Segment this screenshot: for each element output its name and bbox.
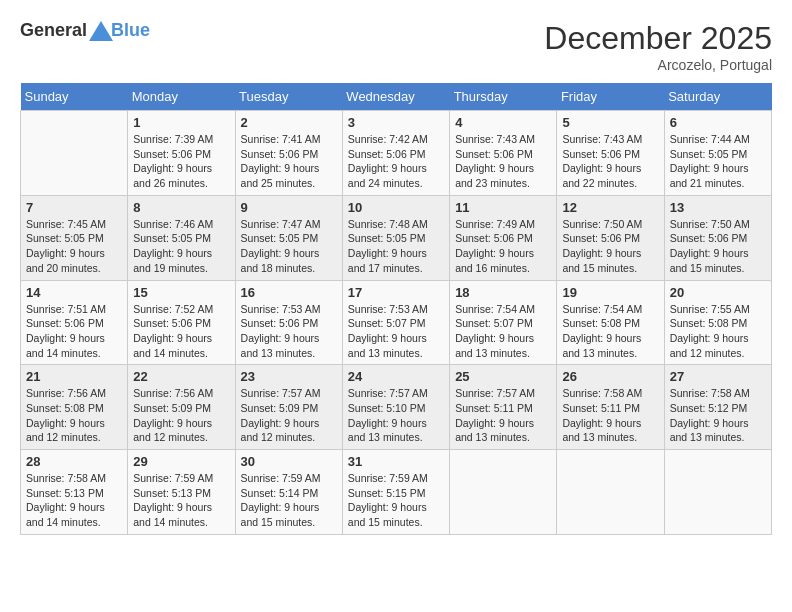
day-info: Sunrise: 7:56 AM Sunset: 5:09 PM Dayligh… <box>133 386 229 445</box>
day-info: Sunrise: 7:47 AM Sunset: 5:05 PM Dayligh… <box>241 217 337 276</box>
calendar-empty-cell <box>21 111 128 196</box>
day-info: Sunrise: 7:54 AM Sunset: 5:07 PM Dayligh… <box>455 302 551 361</box>
day-info: Sunrise: 7:43 AM Sunset: 5:06 PM Dayligh… <box>562 132 658 191</box>
calendar-day-11: 11Sunrise: 7:49 AM Sunset: 5:06 PM Dayli… <box>450 195 557 280</box>
day-number: 22 <box>133 369 229 384</box>
page-header: General Blue December 2025 Arcozelo, Por… <box>20 20 772 73</box>
day-info: Sunrise: 7:50 AM Sunset: 5:06 PM Dayligh… <box>562 217 658 276</box>
day-number: 28 <box>26 454 122 469</box>
calendar-day-16: 16Sunrise: 7:53 AM Sunset: 5:06 PM Dayli… <box>235 280 342 365</box>
day-info: Sunrise: 7:50 AM Sunset: 5:06 PM Dayligh… <box>670 217 766 276</box>
calendar-day-4: 4Sunrise: 7:43 AM Sunset: 5:06 PM Daylig… <box>450 111 557 196</box>
calendar-empty-cell <box>664 450 771 535</box>
day-info: Sunrise: 7:57 AM Sunset: 5:11 PM Dayligh… <box>455 386 551 445</box>
calendar-day-27: 27Sunrise: 7:58 AM Sunset: 5:12 PM Dayli… <box>664 365 771 450</box>
logo: General Blue <box>20 20 150 41</box>
calendar-day-21: 21Sunrise: 7:56 AM Sunset: 5:08 PM Dayli… <box>21 365 128 450</box>
title-block: December 2025 Arcozelo, Portugal <box>544 20 772 73</box>
calendar-day-30: 30Sunrise: 7:59 AM Sunset: 5:14 PM Dayli… <box>235 450 342 535</box>
day-number: 9 <box>241 200 337 215</box>
day-number: 10 <box>348 200 444 215</box>
day-info: Sunrise: 7:57 AM Sunset: 5:09 PM Dayligh… <box>241 386 337 445</box>
logo-general: General <box>20 20 87 41</box>
day-info: Sunrise: 7:56 AM Sunset: 5:08 PM Dayligh… <box>26 386 122 445</box>
day-number: 13 <box>670 200 766 215</box>
day-number: 1 <box>133 115 229 130</box>
calendar-day-28: 28Sunrise: 7:58 AM Sunset: 5:13 PM Dayli… <box>21 450 128 535</box>
day-info: Sunrise: 7:53 AM Sunset: 5:07 PM Dayligh… <box>348 302 444 361</box>
day-number: 29 <box>133 454 229 469</box>
day-info: Sunrise: 7:58 AM Sunset: 5:12 PM Dayligh… <box>670 386 766 445</box>
day-number: 24 <box>348 369 444 384</box>
day-info: Sunrise: 7:59 AM Sunset: 5:13 PM Dayligh… <box>133 471 229 530</box>
day-info: Sunrise: 7:57 AM Sunset: 5:10 PM Dayligh… <box>348 386 444 445</box>
day-number: 7 <box>26 200 122 215</box>
day-number: 16 <box>241 285 337 300</box>
calendar-empty-cell <box>450 450 557 535</box>
day-number: 27 <box>670 369 766 384</box>
calendar-week-row: 28Sunrise: 7:58 AM Sunset: 5:13 PM Dayli… <box>21 450 772 535</box>
calendar-day-25: 25Sunrise: 7:57 AM Sunset: 5:11 PM Dayli… <box>450 365 557 450</box>
day-info: Sunrise: 7:51 AM Sunset: 5:06 PM Dayligh… <box>26 302 122 361</box>
calendar-day-22: 22Sunrise: 7:56 AM Sunset: 5:09 PM Dayli… <box>128 365 235 450</box>
calendar-day-10: 10Sunrise: 7:48 AM Sunset: 5:05 PM Dayli… <box>342 195 449 280</box>
day-number: 8 <box>133 200 229 215</box>
calendar-week-row: 7Sunrise: 7:45 AM Sunset: 5:05 PM Daylig… <box>21 195 772 280</box>
day-info: Sunrise: 7:52 AM Sunset: 5:06 PM Dayligh… <box>133 302 229 361</box>
day-number: 26 <box>562 369 658 384</box>
logo-blue: Blue <box>111 20 150 41</box>
day-info: Sunrise: 7:55 AM Sunset: 5:08 PM Dayligh… <box>670 302 766 361</box>
calendar-day-7: 7Sunrise: 7:45 AM Sunset: 5:05 PM Daylig… <box>21 195 128 280</box>
day-number: 12 <box>562 200 658 215</box>
day-info: Sunrise: 7:59 AM Sunset: 5:14 PM Dayligh… <box>241 471 337 530</box>
day-info: Sunrise: 7:42 AM Sunset: 5:06 PM Dayligh… <box>348 132 444 191</box>
calendar-day-1: 1Sunrise: 7:39 AM Sunset: 5:06 PM Daylig… <box>128 111 235 196</box>
weekday-header-thursday: Thursday <box>450 83 557 111</box>
day-info: Sunrise: 7:58 AM Sunset: 5:11 PM Dayligh… <box>562 386 658 445</box>
day-number: 30 <box>241 454 337 469</box>
calendar-day-24: 24Sunrise: 7:57 AM Sunset: 5:10 PM Dayli… <box>342 365 449 450</box>
day-info: Sunrise: 7:49 AM Sunset: 5:06 PM Dayligh… <box>455 217 551 276</box>
day-number: 21 <box>26 369 122 384</box>
day-number: 20 <box>670 285 766 300</box>
calendar-empty-cell <box>557 450 664 535</box>
day-number: 23 <box>241 369 337 384</box>
calendar-day-29: 29Sunrise: 7:59 AM Sunset: 5:13 PM Dayli… <box>128 450 235 535</box>
day-number: 17 <box>348 285 444 300</box>
day-info: Sunrise: 7:58 AM Sunset: 5:13 PM Dayligh… <box>26 471 122 530</box>
day-number: 3 <box>348 115 444 130</box>
calendar-day-26: 26Sunrise: 7:58 AM Sunset: 5:11 PM Dayli… <box>557 365 664 450</box>
month-year: December 2025 <box>544 20 772 57</box>
day-number: 31 <box>348 454 444 469</box>
calendar-day-15: 15Sunrise: 7:52 AM Sunset: 5:06 PM Dayli… <box>128 280 235 365</box>
day-info: Sunrise: 7:48 AM Sunset: 5:05 PM Dayligh… <box>348 217 444 276</box>
day-number: 15 <box>133 285 229 300</box>
day-number: 18 <box>455 285 551 300</box>
calendar-day-19: 19Sunrise: 7:54 AM Sunset: 5:08 PM Dayli… <box>557 280 664 365</box>
calendar-day-5: 5Sunrise: 7:43 AM Sunset: 5:06 PM Daylig… <box>557 111 664 196</box>
day-info: Sunrise: 7:59 AM Sunset: 5:15 PM Dayligh… <box>348 471 444 530</box>
calendar-day-12: 12Sunrise: 7:50 AM Sunset: 5:06 PM Dayli… <box>557 195 664 280</box>
day-info: Sunrise: 7:43 AM Sunset: 5:06 PM Dayligh… <box>455 132 551 191</box>
day-number: 5 <box>562 115 658 130</box>
location: Arcozelo, Portugal <box>544 57 772 73</box>
day-number: 6 <box>670 115 766 130</box>
calendar-day-23: 23Sunrise: 7:57 AM Sunset: 5:09 PM Dayli… <box>235 365 342 450</box>
weekday-header-sunday: Sunday <box>21 83 128 111</box>
calendar-day-17: 17Sunrise: 7:53 AM Sunset: 5:07 PM Dayli… <box>342 280 449 365</box>
day-info: Sunrise: 7:45 AM Sunset: 5:05 PM Dayligh… <box>26 217 122 276</box>
calendar-day-31: 31Sunrise: 7:59 AM Sunset: 5:15 PM Dayli… <box>342 450 449 535</box>
svg-marker-0 <box>89 21 113 41</box>
day-number: 25 <box>455 369 551 384</box>
weekday-header-monday: Monday <box>128 83 235 111</box>
calendar-day-18: 18Sunrise: 7:54 AM Sunset: 5:07 PM Dayli… <box>450 280 557 365</box>
calendar-day-6: 6Sunrise: 7:44 AM Sunset: 5:05 PM Daylig… <box>664 111 771 196</box>
day-number: 4 <box>455 115 551 130</box>
day-info: Sunrise: 7:39 AM Sunset: 5:06 PM Dayligh… <box>133 132 229 191</box>
calendar-header-row: SundayMondayTuesdayWednesdayThursdayFrid… <box>21 83 772 111</box>
calendar-day-2: 2Sunrise: 7:41 AM Sunset: 5:06 PM Daylig… <box>235 111 342 196</box>
calendar-day-8: 8Sunrise: 7:46 AM Sunset: 5:05 PM Daylig… <box>128 195 235 280</box>
calendar-day-13: 13Sunrise: 7:50 AM Sunset: 5:06 PM Dayli… <box>664 195 771 280</box>
logo-icon <box>89 21 113 41</box>
calendar-day-20: 20Sunrise: 7:55 AM Sunset: 5:08 PM Dayli… <box>664 280 771 365</box>
